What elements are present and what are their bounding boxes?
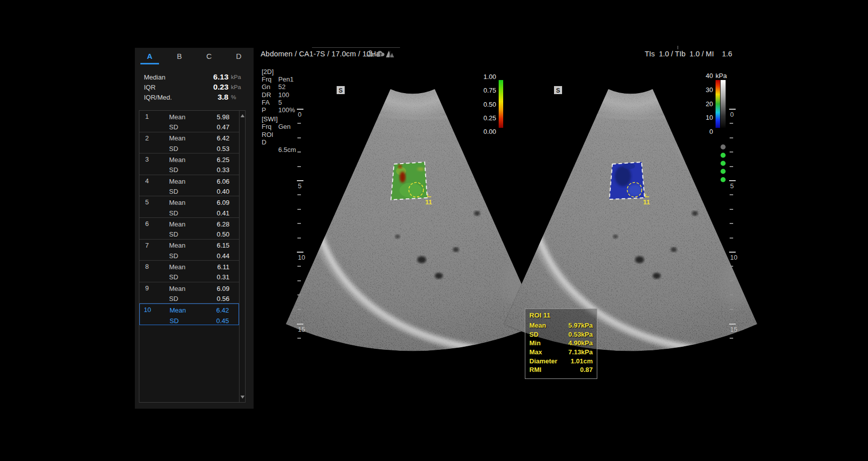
ultrasound-image-left bbox=[286, 89, 539, 352]
scrollbar[interactable] bbox=[239, 111, 245, 402]
ruler-minor-tick bbox=[297, 194, 301, 195]
ruler-minor-tick bbox=[730, 280, 733, 281]
sd-value: 0.47 bbox=[217, 123, 239, 131]
kpa-scale-label: 0 bbox=[697, 128, 713, 135]
mean-label: Mean bbox=[169, 134, 186, 142]
sd-label: SD bbox=[169, 209, 178, 217]
mean-value: 6.09 bbox=[217, 199, 239, 206]
ruler-label: 5 bbox=[730, 182, 734, 190]
ruler-minor-tick bbox=[297, 309, 301, 310]
mean-label: Mean bbox=[169, 178, 186, 185]
svg-text:S: S bbox=[556, 87, 560, 94]
tgc-indicator[interactable] bbox=[721, 144, 726, 182]
sd-value: 0.53 bbox=[217, 145, 239, 152]
sd-value: 0.45 bbox=[216, 317, 239, 325]
save-cloud-icon bbox=[376, 50, 385, 58]
swi-scale-label: 0.75 bbox=[471, 87, 496, 94]
scroll-down-icon[interactable] bbox=[241, 396, 245, 399]
mean-label: Mean bbox=[169, 199, 186, 206]
measurement-row[interactable]: 6 Mean 6.28 SD 0.50 bbox=[139, 218, 239, 240]
tgc-dot[interactable] bbox=[721, 177, 726, 182]
parameter-row: Frq Gen bbox=[262, 123, 296, 130]
kpa-scale-label: 20 bbox=[697, 100, 713, 108]
measurement-row[interactable]: 5 Mean 6.09 SD 0.41 bbox=[139, 196, 239, 218]
results-tab[interactable]: C bbox=[194, 48, 224, 64]
sd-value: 0.33 bbox=[217, 166, 239, 174]
tab-label: C bbox=[206, 52, 212, 60]
tgc-dot[interactable] bbox=[721, 169, 726, 174]
measurement-row[interactable]: 8 Mean 6.11 SD 0.31 bbox=[139, 261, 239, 282]
orientation-marker-right: S bbox=[554, 86, 562, 94]
sd-value: 0.40 bbox=[217, 188, 239, 195]
roi-number-label-left: 11 bbox=[425, 198, 432, 206]
har-status-icon: S HAR bbox=[366, 50, 375, 57]
results-tab[interactable]: B bbox=[165, 48, 194, 64]
scroll-up-icon[interactable] bbox=[241, 114, 245, 117]
roi-info-box: ROI 11 Mean 5.97kPa SD 0.53kPa Min 4.90k… bbox=[525, 309, 597, 379]
measurement-list: 1 Mean 5.98 SD 0.47 2 bbox=[139, 111, 239, 325]
sd-value: 0.31 bbox=[217, 273, 239, 281]
swi-scale-label: 0.00 bbox=[471, 128, 496, 135]
ruler-major-tick bbox=[297, 109, 303, 110]
ruler-major-tick bbox=[729, 324, 736, 325]
measurement-row[interactable]: 1 Mean 5.98 SD 0.47 bbox=[139, 111, 239, 132]
tab-label: D bbox=[236, 52, 242, 60]
depth-ruler-right: 051015 bbox=[729, 0, 744, 461]
measurement-index: 1 bbox=[139, 111, 154, 132]
parameter-row: 6.5cm bbox=[262, 146, 296, 153]
summary-unit: kPa bbox=[228, 84, 254, 90]
image-parameters: [2D] Frq Pen1 Gn 52 DR 100 FA 5 P bbox=[262, 68, 296, 153]
depth-ruler-left: 051015 bbox=[297, 0, 312, 461]
roi-info-row: RMI 0.87 bbox=[529, 365, 593, 374]
measurement-row[interactable]: 9 Mean 6.09 SD 0.56 bbox=[139, 282, 239, 304]
grayscale-bar bbox=[721, 80, 726, 128]
parameter-row: ROI D bbox=[262, 131, 296, 146]
measurement-index: 5 bbox=[139, 196, 154, 217]
mean-label: Mean bbox=[169, 113, 186, 121]
summary-unit: % bbox=[228, 94, 254, 100]
measurement-row[interactable]: 4 Mean 6.06 SD 0.40 bbox=[139, 175, 239, 197]
results-tab[interactable]: D bbox=[224, 48, 254, 64]
tgc-dot[interactable] bbox=[721, 161, 726, 166]
ruler-major-tick bbox=[729, 252, 736, 253]
ruler-label: 10 bbox=[298, 254, 305, 261]
exam-info: Abdomen / CA1-7S / 17.0cm / 10Hz bbox=[261, 50, 380, 58]
measurement-row[interactable]: 7 Mean 6.15 SD 0.44 bbox=[139, 240, 239, 261]
dual-view-icon bbox=[385, 50, 394, 58]
ruler-minor-tick bbox=[730, 166, 733, 167]
tgc-dot[interactable] bbox=[721, 153, 726, 158]
mean-value: 6.25 bbox=[217, 156, 239, 164]
ruler-minor-tick bbox=[297, 338, 301, 339]
ruler-label: 15 bbox=[730, 326, 737, 333]
measurement-index: 7 bbox=[139, 240, 154, 261]
sector-top-line bbox=[312, 47, 400, 48]
ruler-minor-tick bbox=[297, 166, 301, 167]
ruler-minor-tick bbox=[730, 151, 733, 152]
ruler-label: 0 bbox=[298, 111, 301, 118]
sd-label: SD bbox=[169, 188, 178, 195]
sd-value: 0.41 bbox=[217, 209, 239, 217]
mean-value: 6.42 bbox=[216, 306, 239, 314]
summary-row: Median 6.13 kPa bbox=[135, 72, 254, 82]
parameter-row: DR 100 bbox=[262, 91, 296, 99]
mode-swi-label: [SWI] bbox=[262, 115, 296, 123]
results-tab[interactable]: A bbox=[135, 48, 165, 64]
tgc-dot[interactable] bbox=[721, 144, 726, 149]
roi-info-row: Mean 5.97kPa bbox=[529, 321, 593, 330]
measurement-row[interactable]: 3 Mean 6.25 SD 0.33 bbox=[139, 153, 239, 175]
roi-info-row: Min 4.90kPa bbox=[529, 339, 593, 348]
kpa-scale-title: 40 kPa bbox=[697, 72, 727, 80]
ruler-minor-tick bbox=[730, 266, 733, 267]
ruler-major-tick bbox=[297, 252, 303, 253]
roi-info-title: ROI 11 bbox=[529, 312, 593, 319]
measurement-row[interactable]: 10 Mean 6.42 SD 0.45 bbox=[139, 303, 239, 325]
swi-scale-labels: 1.000.750.500.250.00 bbox=[471, 73, 496, 135]
ruler-minor-tick bbox=[730, 194, 733, 195]
parameter-row: P 100% bbox=[262, 106, 296, 114]
ruler-major-tick bbox=[297, 324, 303, 325]
sd-label: SD bbox=[169, 295, 178, 302]
roi-info-row: SD 0.53kPa bbox=[529, 330, 593, 339]
sd-value: 0.50 bbox=[217, 231, 239, 238]
sd-label: SD bbox=[169, 123, 178, 131]
measurement-row[interactable]: 2 Mean 6.42 SD 0.53 bbox=[139, 132, 239, 154]
